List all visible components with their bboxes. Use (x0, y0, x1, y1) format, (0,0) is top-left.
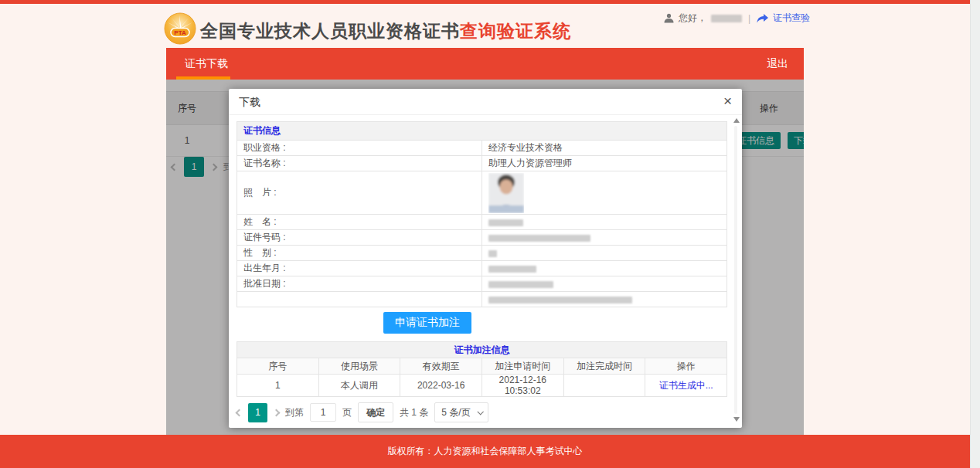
site-logo: PTA (164, 12, 196, 45)
scroll-down-icon[interactable] (733, 417, 740, 422)
cert-field-value-redacted (482, 261, 727, 276)
pager-next-icon[interactable] (273, 409, 281, 416)
greeting-text: 您好， (679, 12, 706, 25)
cert-field-value-redacted (482, 246, 727, 261)
cert-field-label: 证件号码 : (237, 230, 482, 246)
table-row: 姓 名 : (237, 215, 727, 230)
dialog-title: 下载 (239, 89, 260, 115)
page-title-main: 全国专业技术人员职业资格证书 (200, 21, 460, 41)
cert-field-value-redacted (482, 215, 727, 230)
cert-field-label: 照 片 : (237, 171, 482, 215)
annotation-data-row: 1 本人调用 2022-03-16 2021-12-16 10:53:02 证书… (237, 375, 727, 397)
col-complete-time: 加注完成时间 (563, 358, 645, 375)
download-dialog: 下载 × 证书信息 职业资格 : 经济专业技术资格 证书名称 : 助理人力资源管… (229, 89, 742, 428)
cert-field-value: 经济专业技术资格 (482, 141, 727, 156)
cert-field-label: 姓 名 : (237, 215, 482, 230)
dialog-body: 证书信息 职业资格 : 经济专业技术资格 证书名称 : 助理人力资源管理师 照 … (236, 121, 727, 422)
table-row: 证件号码 : (237, 230, 727, 246)
pager-goto-label: 到第 (285, 406, 304, 419)
pager-page-unit: 页 (342, 406, 352, 419)
cert-field-value-redacted (482, 230, 727, 246)
pager-confirm-button[interactable]: 确定 (358, 402, 393, 422)
logo-text: PTA (174, 29, 186, 36)
annot-apply-time: 2021-12-16 10:53:02 (481, 375, 563, 397)
page-size-value: 5 条/页 (441, 407, 470, 418)
cert-field-value-redacted (482, 292, 727, 307)
table-row: 照 片 : (237, 171, 727, 215)
annot-index: 1 (237, 375, 319, 397)
cert-field-label: 批准日期 : (237, 276, 482, 292)
table-row: 职业资格 : 经济专业技术资格 (237, 141, 727, 156)
pager-goto-input[interactable] (310, 403, 336, 422)
cert-generating-link[interactable]: 证书生成中... (659, 380, 713, 391)
annot-complete-time (563, 375, 645, 397)
cert-field-label (237, 292, 482, 307)
col-apply-time: 加注申请时间 (481, 358, 563, 375)
cert-field-label: 出生年月 : (237, 261, 482, 276)
table-row: 性 别 : (237, 246, 727, 261)
table-row: 出生年月 : (237, 261, 727, 276)
cert-verify-link[interactable]: 证书查验 (773, 12, 810, 25)
table-row: 批准日期 : (237, 276, 727, 292)
table-row: 证书名称 : 助理人力资源管理师 (237, 156, 727, 171)
col-action: 操作 (645, 358, 727, 375)
cert-field-label: 职业资格 : (237, 141, 482, 156)
cert-field-value: 助理人力资源管理师 (482, 156, 727, 171)
page-size-select[interactable]: 5 条/页 (434, 402, 488, 422)
col-index: 序号 (237, 358, 319, 375)
cert-field-label: 证书名称 : (237, 156, 482, 171)
pager-prev-icon[interactable] (236, 409, 243, 416)
cert-info-table: 证书信息 职业资格 : 经济专业技术资格 证书名称 : 助理人力资源管理师 照 … (236, 121, 727, 307)
dialog-scrollbar[interactable] (732, 118, 740, 422)
close-icon[interactable]: × (723, 93, 732, 110)
col-scene: 使用场景 (318, 358, 400, 375)
footer-copyright: 版权所有：人力资源和社会保障部人事考试中心 (0, 435, 970, 468)
share-arrow-icon (757, 14, 768, 23)
topbar-divider: | (748, 13, 750, 24)
pager-page-1[interactable]: 1 (248, 403, 267, 422)
logout-button[interactable]: 退出 (767, 48, 788, 80)
annot-scene: 本人调用 (318, 375, 400, 397)
col-valid-until: 有效期至 (400, 358, 482, 375)
annotation-section-title: 证书加注信息 (237, 342, 727, 358)
page-title: 全国专业技术人员职业资格证书查询验证系统 (200, 19, 571, 43)
tab-cert-download[interactable]: 证书下载 (185, 48, 228, 80)
annotation-header-row: 序号 使用场景 有效期至 加注申请时间 加注完成时间 操作 (237, 358, 727, 375)
page-title-accent: 查询验证系统 (460, 21, 571, 41)
top-accent-strip (0, 0, 970, 4)
dialog-header: 下载 × (229, 89, 742, 115)
pager-total-label: 共 1 条 (400, 406, 428, 419)
page-scrollbar[interactable] (970, 0, 980, 468)
redacted-username (711, 15, 742, 22)
user-icon (664, 13, 674, 23)
main-navbar: 证书下载 退出 (166, 48, 804, 80)
cert-info-section-title: 证书信息 (237, 122, 727, 141)
annot-valid-until: 2022-03-16 (400, 375, 482, 397)
scrollbar-track[interactable] (734, 126, 737, 414)
table-row (237, 292, 727, 307)
modal-pagination: 1 到第 页 确定 共 1 条 5 条/页 (236, 402, 727, 422)
apply-annotation-button[interactable]: 申请证书加注 (383, 312, 471, 334)
cert-field-label: 性 别 : (237, 246, 482, 261)
topbar-user-area: 您好， | 证书查验 (664, 12, 810, 25)
chevron-down-icon (477, 409, 483, 415)
annotation-table: 证书加注信息 序号 使用场景 有效期至 加注申请时间 加注完成时间 操作 1 本… (236, 341, 727, 397)
portrait-photo (488, 173, 524, 213)
cert-field-value-redacted (482, 276, 727, 292)
scroll-up-icon[interactable] (733, 118, 740, 123)
cert-photo-cell (482, 171, 727, 215)
